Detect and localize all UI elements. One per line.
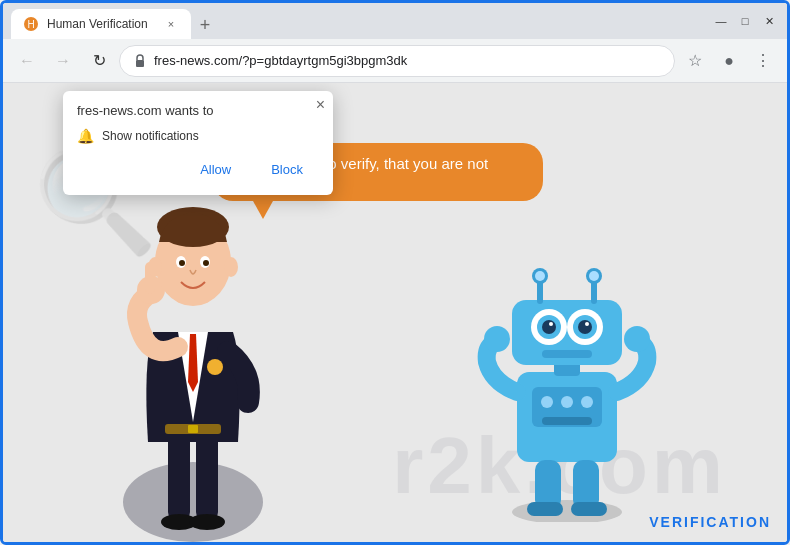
svg-point-15 (203, 260, 209, 266)
lock-icon (132, 53, 148, 69)
svg-point-42 (549, 322, 553, 326)
svg-point-43 (585, 322, 589, 326)
tab-favicon: H (23, 16, 39, 32)
svg-point-3 (123, 462, 263, 542)
title-bar: H Human Verification × + — □ ✕ (3, 3, 787, 39)
svg-rect-4 (168, 432, 190, 522)
svg-rect-27 (542, 417, 592, 425)
minimize-button[interactable]: — (711, 11, 731, 31)
svg-point-7 (189, 514, 225, 530)
svg-point-24 (541, 396, 553, 408)
bell-icon: 🔔 (77, 128, 94, 144)
svg-rect-44 (542, 350, 592, 358)
notification-popup: × fres-news.com wants to 🔔 Show notifica… (63, 91, 333, 195)
url-display: fres-news.com/?p=gbtdayrtgm5gi3bpgm3dk (154, 53, 662, 68)
svg-rect-49 (527, 502, 563, 516)
svg-point-25 (561, 396, 573, 408)
tab-title: Human Verification (47, 17, 155, 31)
close-button[interactable]: ✕ (759, 11, 779, 31)
page-content: 🔍 r2k.com × fres-news.com wants to 🔔 Sho… (3, 83, 787, 542)
svg-point-45 (484, 326, 510, 352)
active-tab[interactable]: H Human Verification × (11, 9, 191, 39)
menu-button[interactable]: ⋮ (747, 45, 779, 77)
svg-point-14 (179, 260, 185, 266)
svg-text:H: H (27, 19, 34, 30)
svg-rect-50 (571, 502, 607, 516)
svg-point-32 (535, 271, 545, 281)
new-tab-button[interactable]: + (191, 11, 219, 39)
popup-title: fres-news.com wants to (77, 103, 319, 118)
svg-point-16 (148, 257, 162, 277)
svg-rect-2 (136, 60, 144, 67)
back-button[interactable]: ← (11, 45, 43, 77)
person-figure (83, 162, 303, 542)
reload-button[interactable]: ↻ (83, 45, 115, 77)
robot-figure (477, 242, 657, 522)
svg-point-18 (207, 359, 223, 375)
window-controls: — □ ✕ (711, 11, 779, 31)
browser-window: H Human Verification × + — □ ✕ ← → ↻ (0, 0, 790, 545)
popup-buttons: Allow Block (77, 156, 319, 183)
profile-button[interactable]: ● (713, 45, 745, 77)
svg-point-41 (578, 320, 592, 334)
allow-button[interactable]: Allow (184, 156, 247, 183)
bookmark-button[interactable]: ☆ (679, 45, 711, 77)
svg-point-26 (581, 396, 593, 408)
notification-label: Show notifications (102, 129, 199, 143)
tab-close-button[interactable]: × (163, 16, 179, 32)
toolbar: ← → ↻ fres-news.com/?p=gbtdayrtgm5gi3bpg… (3, 39, 787, 83)
svg-point-40 (542, 320, 556, 334)
svg-rect-5 (196, 432, 218, 522)
svg-rect-20 (188, 425, 198, 433)
svg-point-35 (589, 271, 599, 281)
forward-button[interactable]: → (47, 45, 79, 77)
toolbar-actions: ☆ ● ⋮ (679, 45, 779, 77)
tab-area: H Human Verification × + (11, 3, 703, 39)
block-button[interactable]: Block (255, 156, 319, 183)
verification-label: VERIFICATION (649, 514, 771, 530)
svg-point-17 (224, 257, 238, 277)
popup-close-button[interactable]: × (316, 97, 325, 113)
notification-row: 🔔 Show notifications (77, 128, 319, 144)
svg-point-46 (624, 326, 650, 352)
maximize-button[interactable]: □ (735, 11, 755, 31)
address-bar[interactable]: fres-news.com/?p=gbtdayrtgm5gi3bpgm3dk (119, 45, 675, 77)
